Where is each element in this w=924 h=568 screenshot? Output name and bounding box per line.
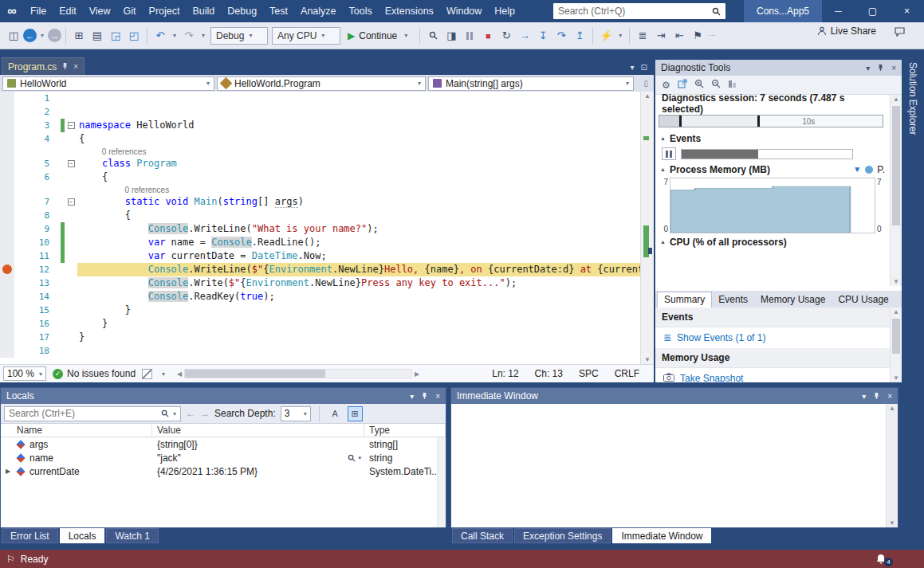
code-line[interactable]: 14 Console.ReadKey(true); xyxy=(0,290,640,304)
outline-margin[interactable] xyxy=(65,317,77,331)
window-layout-icon[interactable]: ◫ xyxy=(5,27,22,45)
redo-icon[interactable]: ↷ xyxy=(180,27,198,45)
immediate-scrollbar[interactable]: ▲ ▼ xyxy=(886,404,898,527)
diagnostic-tab[interactable]: Summary xyxy=(657,292,712,308)
code-line[interactable]: 5− class Program xyxy=(0,157,640,170)
solution-platform-dropdown[interactable]: Any CPU▾ xyxy=(272,27,340,45)
breakpoint-margin[interactable] xyxy=(0,317,14,331)
filter-icon[interactable]: ▼ xyxy=(853,165,861,174)
outline-margin[interactable]: − xyxy=(65,119,77,132)
locals-row[interactable]: args{string[0]}string[] xyxy=(1,437,446,451)
breakpoint-margin[interactable] xyxy=(0,170,14,184)
search-depth-dropdown[interactable]: 3 ▾ xyxy=(281,406,311,421)
menu-item[interactable]: Tools xyxy=(343,0,379,22)
code-cleanup-icon[interactable] xyxy=(142,369,152,379)
step-into-icon[interactable]: ↧ xyxy=(534,27,552,45)
health-indicator[interactable]: ✓ No issues found xyxy=(53,368,136,379)
member-dropdown[interactable]: Main(string[] args) ▾ xyxy=(428,76,634,91)
panel-tab[interactable]: Exception Settings xyxy=(514,528,611,543)
codelens-row[interactable]: 0 references xyxy=(0,146,640,157)
step-out-icon[interactable]: ↥ xyxy=(571,27,588,45)
code-line[interactable]: 2 xyxy=(0,105,640,119)
solution-explorer-tab[interactable]: Solution Explorer xyxy=(907,62,918,135)
breakpoint-margin[interactable] xyxy=(0,146,14,157)
outline-margin[interactable] xyxy=(65,222,77,236)
menu-item[interactable]: Test xyxy=(263,0,294,22)
menu-item[interactable]: Window xyxy=(440,0,488,22)
settings-gear-icon[interactable]: ⚙ xyxy=(662,80,670,91)
window-position-icon[interactable]: ▾ xyxy=(862,392,866,401)
list-members-icon[interactable]: ≣ xyxy=(634,27,651,45)
menu-item[interactable]: Git xyxy=(117,0,143,22)
immediate-window-title-bar[interactable]: Immediate Window ▾ × xyxy=(451,388,898,404)
toolbar-overflow-icon[interactable]: ⋯ xyxy=(707,27,717,45)
quick-search-input[interactable]: Search (Ctrl+Q) xyxy=(553,3,725,19)
feedback-icon[interactable] xyxy=(895,27,905,39)
outline-margin[interactable] xyxy=(65,276,77,290)
locals-row[interactable]: name"jack"▾string xyxy=(1,451,446,464)
menu-item[interactable]: Extensions xyxy=(379,0,440,22)
show-events-link[interactable]: ≣ Show Events (1 of 1) xyxy=(655,327,890,348)
breakpoint-margin[interactable] xyxy=(0,263,14,276)
minimize-button[interactable]: ─ xyxy=(821,0,855,22)
close-icon[interactable]: × xyxy=(435,392,440,401)
scrollbar-thumb[interactable] xyxy=(892,319,900,354)
code-line[interactable]: 12 Console.WriteLine($"{Environment.NewL… xyxy=(0,263,640,276)
code-line[interactable]: 10 var name = Console.ReadLine(); xyxy=(0,236,640,249)
editor-vertical-scrollbar[interactable]: ▲ ▼ xyxy=(640,92,654,364)
code-line[interactable]: 7− static void Main(string[] args) xyxy=(0,195,640,209)
navigate-forward-icon[interactable]: → xyxy=(48,29,61,42)
scrollbar-thumb[interactable] xyxy=(892,106,900,225)
menu-item[interactable]: Project xyxy=(143,0,187,22)
breakpoint-margin[interactable] xyxy=(0,119,14,132)
outline-margin[interactable] xyxy=(65,249,77,263)
browse-mode-icon[interactable]: ⊞ xyxy=(348,406,363,421)
close-button[interactable]: × xyxy=(890,0,924,22)
new-project-icon[interactable]: ⊞ xyxy=(70,27,88,45)
code-cleanup-dropdown-icon[interactable]: ▾ xyxy=(159,365,168,382)
outline-margin[interactable] xyxy=(65,146,77,157)
diagnostic-tab[interactable]: Memory Usage xyxy=(754,292,832,308)
restart-icon[interactable]: ↻ xyxy=(497,27,515,45)
take-snapshot-link[interactable]: Take Snapshot xyxy=(655,368,890,389)
events-section-header[interactable]: ▲ Events xyxy=(655,131,890,145)
breakpoint-margin[interactable] xyxy=(0,157,14,170)
pin-icon[interactable] xyxy=(61,62,69,71)
document-tab-program-cs[interactable]: Program.cs × xyxy=(2,57,85,75)
panel-tab[interactable]: Error List xyxy=(2,528,58,543)
hot-reload-dropdown-icon[interactable]: ▾ xyxy=(615,27,625,45)
menu-item[interactable]: Build xyxy=(186,0,221,22)
step-over-icon[interactable]: ↷ xyxy=(552,27,570,45)
timeline-handle[interactable] xyxy=(679,116,682,127)
code-editor[interactable]: 123−namespace HelloWorld4{0 references5−… xyxy=(0,92,654,364)
pause-events-icon[interactable] xyxy=(662,147,676,160)
breakpoint-margin[interactable] xyxy=(0,331,14,344)
continue-button[interactable]: ▶ Continue ▾ xyxy=(343,27,415,45)
save-all-icon[interactable]: ◰ xyxy=(125,27,143,45)
panel-tab[interactable]: Call Stack xyxy=(452,528,513,543)
code-line[interactable]: 13 Console.Write($"{Environment.NewLine}… xyxy=(0,276,640,290)
summary-scrollbar[interactable]: ▲ ▼ xyxy=(890,308,902,382)
project-dropdown[interactable]: HelloWorld ▾ xyxy=(2,76,214,91)
pin-icon[interactable] xyxy=(421,392,428,401)
breakpoint-margin[interactable] xyxy=(0,249,14,263)
immediate-window-input-area[interactable]: ▲ ▼ xyxy=(451,404,898,527)
locals-row[interactable]: ▶currentDate{4/26/2021 1:36:15 PM}System… xyxy=(1,464,446,478)
next-result-icon[interactable]: → xyxy=(200,408,210,419)
code-line[interactable]: 11 var currentDate = DateTime.Now; xyxy=(0,249,640,263)
outline-margin[interactable] xyxy=(65,344,77,358)
breakpoint-margin[interactable] xyxy=(0,344,14,358)
close-icon[interactable]: × xyxy=(887,392,892,401)
undo-dropdown-icon[interactable]: ▾ xyxy=(170,27,179,45)
timeline-handle[interactable] xyxy=(757,116,760,127)
space-mode-indicator[interactable]: SPC xyxy=(579,368,599,379)
open-file-icon[interactable]: ▤ xyxy=(88,27,106,45)
navigate-back-dropdown-icon[interactable]: ▾ xyxy=(37,27,47,45)
maximize-button[interactable]: ▢ xyxy=(855,0,890,22)
column-header-type[interactable]: Type xyxy=(364,424,446,437)
locals-search-input[interactable]: Search (Ctrl+E) ▾ xyxy=(4,406,181,421)
breakpoint-margin[interactable] xyxy=(0,236,14,249)
panel-tab[interactable]: Watch 1 xyxy=(106,528,159,543)
menu-item[interactable]: Analyze xyxy=(294,0,342,22)
menu-item[interactable]: View xyxy=(83,0,117,22)
